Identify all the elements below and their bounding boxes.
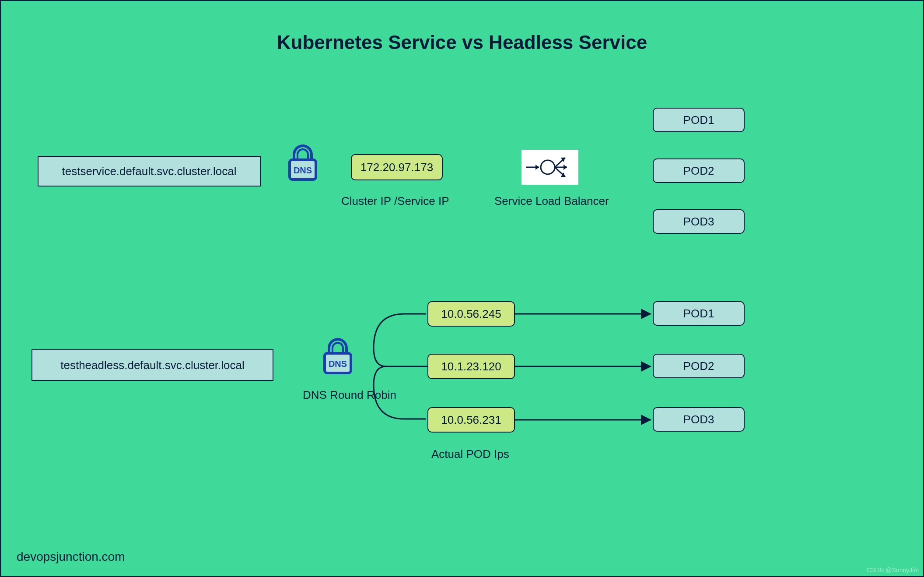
svg-point-4: [541, 160, 555, 174]
site-credit: devopsjunction.com: [17, 550, 125, 564]
svg-text:DNS: DNS: [294, 165, 312, 175]
svg-text:DNS: DNS: [329, 359, 347, 369]
service-dns-name: testservice.default.svc.cluster.local: [38, 156, 261, 186]
pod-box: POD2: [653, 354, 745, 378]
svg-marker-8: [564, 165, 567, 170]
connector-overlay: [1, 1, 924, 577]
actual-pod-ips-caption: Actual POD Ips: [431, 447, 509, 461]
watermark: CSDN @SunnyJim: [867, 566, 919, 573]
diagram-canvas: Kubernetes Service vs Headless Service t…: [0, 0, 924, 577]
cluster-ip-box: 172.20.97.173: [351, 154, 443, 180]
pod-box: POD1: [653, 301, 745, 326]
svg-marker-3: [536, 165, 539, 170]
pod-box: POD2: [653, 158, 745, 183]
diagram-title: Kubernetes Service vs Headless Service: [1, 32, 923, 53]
load-balancer-icon: [522, 150, 578, 185]
dns-round-robin-caption: DNS Round Robin: [303, 388, 396, 402]
pod-box: POD1: [653, 108, 745, 132]
load-balancer-caption: Service Load Balancer: [494, 194, 609, 208]
pod-ip-box: 10.0.56.245: [427, 301, 515, 327]
pod-box: POD3: [653, 209, 745, 234]
cluster-ip-caption: Cluster IP /Service IP: [341, 194, 449, 208]
headless-dns-name: testheadless.default.svc.cluster.local: [32, 349, 273, 381]
pod-box: POD3: [653, 407, 745, 432]
pod-ip-box: 10.1.23.120: [427, 354, 515, 379]
dns-icon: DNS: [285, 140, 320, 184]
dns-icon: DNS: [320, 334, 355, 377]
pod-ip-box: 10.0.56.231: [427, 407, 515, 433]
